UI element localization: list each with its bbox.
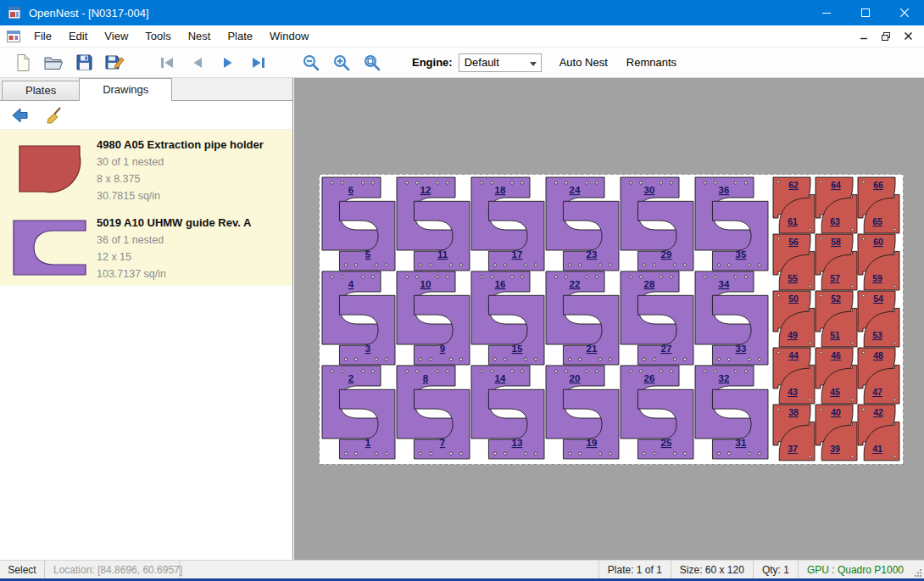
drill-hole [653,264,655,266]
drill-hole [565,276,567,278]
drill-hole [643,452,645,455]
plate[interactable]: 6512111817242330293635431091615222128273… [319,174,904,465]
drill-hole [405,276,408,278]
part-number: 25 [661,438,672,448]
nested-red-pair[interactable]: 4241 [858,405,899,461]
drill-hole [436,276,438,278]
drill-hole [459,358,462,360]
drill-hole [595,182,598,184]
nested-red-pair[interactable]: 4645 [815,348,857,404]
drill-hole [429,264,431,266]
part-number: 1 [365,438,371,448]
nested-red-pair[interactable]: 6463 [815,177,857,233]
nested-red-pair[interactable]: 5049 [773,291,815,347]
engine-select[interactable]: Default [459,53,542,72]
menu-file[interactable]: File [25,25,60,47]
drill-hole [341,182,343,184]
go-previous-button[interactable] [185,50,210,75]
drill-hole [609,358,611,360]
window-title: OpenNest - [N0317-004] [29,7,149,20]
drill-hole [862,351,865,354]
drill-hole [331,370,333,372]
return-parts-button[interactable] [8,104,32,126]
part-number: 57 [830,273,840,283]
nested-red-pair[interactable]: 6059 [858,234,899,290]
mdi-close-button[interactable] [899,29,917,44]
nested-red-pair[interactable]: 5655 [773,234,815,290]
nested-red-pair[interactable]: 5251 [815,291,857,347]
part-thumbnail-red [7,135,93,204]
nest-canvas[interactable]: 6512111817242330293635431091615222128273… [294,78,924,560]
close-button[interactable] [885,0,924,25]
nested-red-pair[interactable]: 3837 [773,405,815,461]
auto-nest-button[interactable]: Auto Nest [550,51,617,75]
open-file-button[interactable] [41,50,66,75]
drill-hole [565,370,567,372]
drill-hole [748,264,750,266]
tab-plates[interactable]: Plates [2,81,80,100]
go-last-button[interactable] [246,50,271,75]
new-document-button[interactable] [10,50,36,75]
drill-hole [419,452,421,455]
part-number: 37 [788,444,798,454]
mdi-minimize-button[interactable] [854,29,873,44]
drill-hole [683,452,686,455]
drill-hole [480,276,482,278]
drill-hole [331,182,333,184]
menu-plate[interactable]: Plate [219,25,261,47]
nested-red-pair[interactable]: 5857 [815,234,857,290]
drill-hole [385,452,387,455]
nested-red-pair[interactable]: 4847 [858,348,899,404]
zoom-in-icon [332,53,351,72]
zoom-in-button[interactable] [329,50,354,75]
status-bar: Select Location: [84.8696, 60.6957] Plat… [0,560,924,578]
drill-hole [419,358,421,360]
drawing-item-uhmw-guide[interactable]: 5019 A10 UHMW guide Rev. A 36 of 1 neste… [0,208,292,286]
save-button[interactable] [71,50,97,75]
part-number: 24 [570,185,581,195]
drill-hole [449,452,452,455]
menu-window[interactable]: Window [261,25,317,47]
zoom-to-fit-button[interactable] [359,50,385,75]
mdi-restore-button[interactable] [877,29,895,44]
nested-red-pair[interactable]: 6665 [858,177,899,233]
minimize-button[interactable] [807,0,846,25]
menu-view[interactable]: View [96,25,136,47]
drill-hole [429,358,431,360]
drill-hole [629,182,632,184]
resize-grip-icon[interactable] [912,561,924,578]
drill-hole [510,182,513,184]
tab-drawings[interactable]: Drawings [79,78,172,101]
drill-hole [820,294,822,297]
nested-red-pair[interactable]: 5453 [858,291,899,347]
part-number: 54 [873,293,883,304]
part-number: 18 [495,185,506,195]
zoom-out-button[interactable] [298,50,324,75]
menu-tools[interactable]: Tools [136,25,179,47]
drill-hole [893,455,896,458]
plate-drawing[interactable]: 6512111817242330293635431091615222128273… [319,174,904,465]
remnants-button[interactable]: Remnants [617,51,686,75]
part-number: 66 [873,180,883,190]
drill-hole [777,294,780,297]
drill-hole [490,182,493,184]
go-next-button[interactable] [215,50,241,75]
go-first-button[interactable] [154,50,180,75]
drill-hole [554,182,557,184]
maximize-button[interactable] [846,0,885,25]
drill-hole [639,276,642,278]
cleanup-button[interactable] [42,104,66,126]
menu-edit[interactable]: Edit [60,25,96,47]
part-number: 59 [872,273,882,283]
open-folder-icon [43,54,64,71]
drill-hole [354,358,357,360]
drill-hole [653,358,655,360]
nested-red-pair[interactable]: 6261 [773,177,815,233]
nested-red-pair[interactable]: 4443 [773,348,815,404]
panel-tabstrip: Plates Drawings [0,78,292,101]
menu-nest[interactable]: Nest [180,25,220,47]
drill-hole [893,342,896,344]
nested-red-pair[interactable]: 4039 [815,405,857,461]
drawing-item-extraction-pipe-holder[interactable]: 4980 A05 Extraction pipe holder 30 of 1 … [0,130,292,208]
save-as-button[interactable] [102,50,127,75]
